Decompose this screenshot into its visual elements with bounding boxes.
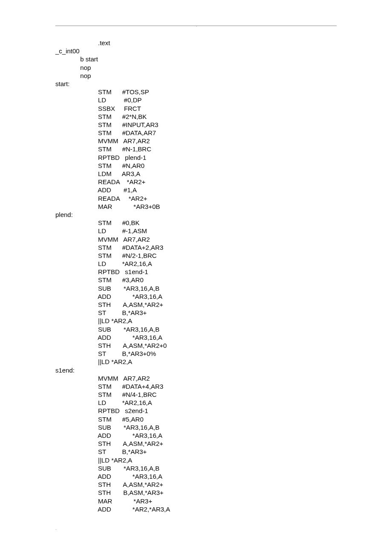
header-dot: .	[196, 23, 197, 27]
header-rule: .	[55, 26, 337, 26]
footer-dot: .	[55, 526, 337, 531]
assembly-code-block: .text _c_int00 b start nop nop start: ST…	[55, 39, 337, 513]
page-container: . .text _c_int00 b start nop nop start: …	[0, 0, 392, 548]
